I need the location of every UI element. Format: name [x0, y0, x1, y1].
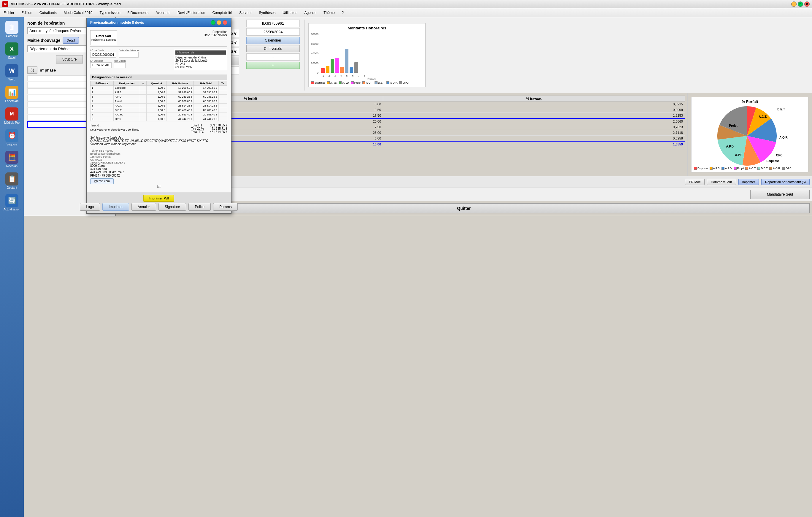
sidebar-label-word: Word	[8, 78, 16, 81]
pr-moe-button[interactable]: PR Moe	[685, 179, 704, 185]
structure-button[interactable]: Structure	[56, 55, 83, 63]
sidebar-item-corbeille[interactable]: 🗑 Corbeille	[1, 20, 23, 39]
taux-label: Taux € :	[90, 124, 140, 127]
travaux-4: 2,0860	[383, 118, 685, 124]
close-button[interactable]: ✕	[804, 1, 810, 7]
sidebar-item-excel[interactable]: X Excel	[1, 41, 23, 61]
sidebar-item-revision[interactable]: 🧮 Révision	[1, 150, 23, 169]
sidebar-item-faberplan[interactable]: 📊 Faberplan	[1, 85, 23, 104]
sidebar: 🗑 Corbeille X Excel W Word 📊 Faberplan M…	[0, 17, 24, 517]
menu-comptabilite[interactable]: Comptabilité	[211, 10, 233, 16]
col-pt: Prix Total	[194, 81, 219, 86]
menu-mode-calcul[interactable]: Mode Calcul 2019	[63, 10, 94, 16]
menu-utilitaires[interactable]: Utilitaires	[281, 10, 298, 16]
menu-agence[interactable]: Agence	[303, 10, 318, 16]
bar-1-esquisse	[321, 68, 325, 73]
c-inversee-button[interactable]: C. Inversée	[246, 45, 300, 52]
sidebar-label-corbeille: Corbeille	[6, 34, 18, 38]
pie-label-esquisse: Esquisse	[766, 160, 780, 163]
modal-minimize-button[interactable]	[216, 20, 222, 25]
sidebar-label-gestant: Gestant	[6, 186, 17, 189]
medicis-icon: M	[5, 108, 19, 120]
refclient-ref: Ref Client	[114, 59, 126, 68]
sidebar-item-actualisation[interactable]: 🔄 Actualisation	[1, 193, 23, 212]
bar-8-opc	[354, 62, 358, 73]
dash-button[interactable]: -	[246, 53, 300, 61]
modal-close-button[interactable]	[223, 20, 227, 25]
menu-documents[interactable]: 5 Documents	[126, 10, 150, 16]
signature-button[interactable]: Signature	[158, 203, 186, 211]
annuler-button[interactable]: Annuler	[132, 203, 156, 211]
pie-legend-esquisse: Esquisse	[694, 167, 708, 170]
bar-group-1	[321, 68, 325, 73]
plus-button[interactable]: +	[246, 62, 300, 69]
pie-label-aor: A.O.R.	[779, 136, 788, 139]
doc-refs-2: N° Dossier DP74C25-01 Ref Client	[90, 59, 172, 68]
title-text: MEDICIS 26 - V 26.28 - CHARLET ARCHITECT…	[11, 2, 791, 6]
legend-det: D.E.T.	[375, 81, 385, 84]
bar-2-aps	[326, 66, 329, 73]
sidebar-item-sequoia[interactable]: ⏰ Séquoia	[1, 128, 23, 147]
detail-button[interactable]: Détail	[63, 37, 79, 44]
company-logo: Cm2i Sarl Ingénierie & Services	[90, 30, 117, 45]
address-block: A l'attention de Département du Rhône 29…	[174, 49, 227, 70]
legend-projet: Projet	[351, 81, 361, 84]
pie-legend-projet: Projet	[734, 167, 744, 170]
legend-opc: OPC	[399, 81, 409, 84]
id-section: ID:83756961 26/09/2024 Calendrier C. Inv…	[246, 20, 300, 69]
modal-table-row: 4 Projet 1,00 € 68 838,00 € 68 838,00 €	[90, 99, 227, 104]
sidebar-item-medicis[interactable]: M Médicis Pro	[1, 106, 23, 125]
homme-jour-button[interactable]: Homme x Jour	[707, 179, 736, 185]
modal-maximize-button[interactable]	[211, 20, 215, 25]
id-value: ID:83756961	[246, 20, 300, 27]
params-button[interactable]: Params	[213, 203, 238, 211]
menu-cotraitants[interactable]: Cotraitants	[38, 10, 58, 16]
imprimer-button[interactable]: Imprimer	[103, 203, 129, 211]
refs-row: N° de Devis D020210000001 Date d'échéanc…	[90, 49, 227, 73]
modal-table-row: 2 A.P.S. 1,00 € 32 698,05 € 32 698,05 €	[90, 90, 227, 95]
doc-info: Proposition Date : 26/09/2024	[204, 30, 227, 45]
imprimer-pdf-button[interactable]: Imprimer Pdf	[143, 195, 174, 202]
pie-legend-aps: A.P.S.	[709, 167, 720, 170]
menu-syntheses[interactable]: Synthèses	[258, 10, 277, 16]
sidebar-item-gestant[interactable]: 📋 Gestant	[1, 171, 23, 191]
legend-color-det	[375, 81, 378, 84]
pie-legend-apd: A.P.D.	[722, 167, 732, 170]
police-button[interactable]: Police	[188, 203, 211, 211]
corbeille-icon: 🗑	[5, 21, 19, 34]
addressee-addr1: 29-31 Cour de la Liberté	[175, 59, 226, 62]
pie-legend-act: A.C.T.	[745, 167, 756, 170]
menu-theme[interactable]: Thème	[322, 10, 336, 16]
sidebar-item-word[interactable]: W Word	[1, 63, 23, 82]
menu-avenants[interactable]: Avenants	[154, 10, 172, 16]
mandataire-button[interactable]: Mandataire Seul	[750, 190, 810, 199]
maximize-button[interactable]: □	[798, 1, 803, 7]
menu-devis[interactable]: Devis/Facturation	[176, 10, 206, 16]
modal-title: Prévisualisation modèle 8 devis	[90, 21, 144, 25]
bar-group-5	[340, 67, 344, 73]
minimize-button[interactable]: –	[791, 1, 796, 7]
total-ht-line: Total HT 359 678,55 €	[191, 124, 227, 127]
menu-serveur[interactable]: Serveur	[238, 10, 253, 16]
window-controls: – □ ✕	[791, 1, 810, 7]
imprimer-main-button[interactable]: Imprimer	[738, 179, 759, 185]
maitre-label: Maître d'ouvrage	[27, 38, 60, 43]
legend-aor: A.O.R.	[386, 81, 398, 84]
menu-edition[interactable]: Edition	[20, 10, 33, 16]
pie-legend-color-det	[757, 167, 760, 170]
tva-label: Tva 20 %	[191, 127, 204, 130]
pie-label-apd: A.P.D.	[726, 145, 734, 148]
repartition-button[interactable]: Répartition par cotraitant (5)	[761, 179, 810, 185]
menu-type-mission[interactable]: Type mission	[98, 10, 121, 16]
minus-phase-button[interactable]: (-)	[27, 66, 37, 74]
modal-content: Cm2i Sarl Ingénierie & Services Proposit…	[87, 27, 231, 192]
logo-button[interactable]: Logo	[80, 203, 100, 211]
menu-fichier[interactable]: Fichier	[2, 10, 16, 16]
calendrier-button[interactable]: Calendrier	[246, 37, 300, 44]
legend-color-opc	[399, 81, 402, 84]
menu-help[interactable]: ?	[341, 10, 345, 16]
bar-chart-bars	[320, 33, 423, 74]
bar-group-7	[350, 67, 353, 73]
legend-color-esquisse	[311, 81, 314, 84]
email-button[interactable]: @cm2i.com	[90, 178, 114, 184]
